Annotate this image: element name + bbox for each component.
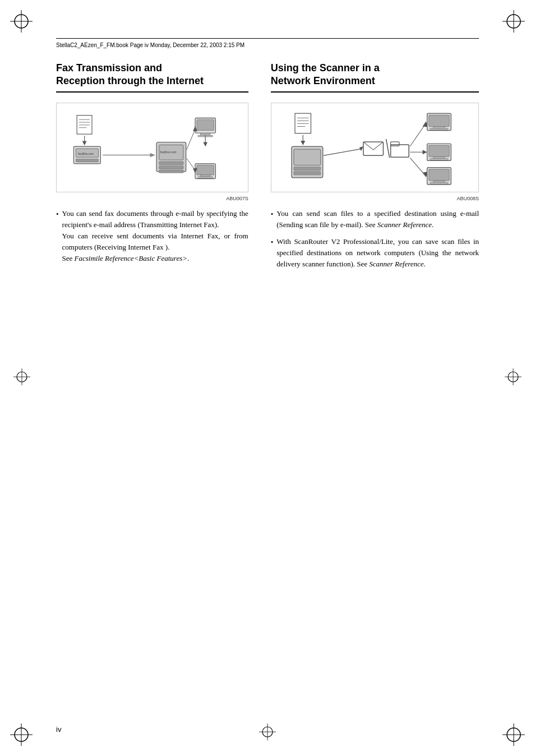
svg-rect-63 — [294, 167, 321, 170]
svg-text:fax@xxx.com: fax@xxx.com — [160, 150, 177, 153]
bullet-dot: • — [56, 209, 59, 265]
svg-line-50 — [187, 129, 195, 149]
svg-rect-48 — [201, 175, 210, 177]
corner-mark-br — [502, 723, 525, 746]
svg-rect-83 — [433, 156, 445, 158]
right-column: Using the Scanner in a Network Environme… — [271, 62, 479, 275]
reference-italic: Facsimile Reference<Basic Features> — [75, 254, 187, 262]
svg-rect-42 — [159, 165, 183, 169]
svg-rect-88 — [430, 182, 449, 184]
svg-rect-68 — [391, 142, 399, 146]
left-section-title: Fax Transmission and Reception through t… — [56, 62, 248, 93]
left-illus-caption: ABU007S — [56, 196, 248, 201]
svg-marker-74 — [423, 150, 427, 154]
page-number: iv — [56, 725, 61, 734]
svg-rect-79 — [433, 126, 445, 128]
scanner-illustration — [271, 103, 479, 192]
bullet-item: • You can send fax documents through e-m… — [56, 208, 248, 265]
center-right-mark — [505, 368, 522, 388]
corner-mark-tr — [502, 10, 525, 33]
svg-marker-45 — [203, 142, 207, 146]
svg-rect-78 — [429, 115, 450, 126]
svg-rect-21 — [77, 115, 92, 134]
header-bar: StellaC2_AEzen_F_FM.book Page iv Monday,… — [56, 38, 479, 49]
bullet-item-1: • You can send scan files to a specified… — [271, 208, 479, 231]
svg-text:fax@fax.com: fax@fax.com — [78, 152, 94, 155]
svg-line-69 — [324, 149, 362, 155]
header-text: StellaC2_AEzen_F_FM.book Page iv Monday,… — [56, 42, 245, 48]
svg-line-75 — [410, 158, 425, 174]
main-content: Fax Transmission and Reception through t… — [56, 62, 479, 700]
svg-rect-54 — [295, 113, 311, 133]
bullet-text-2: With ScanRouter V2 Professional/Lite, yo… — [276, 236, 479, 270]
bullet-dot-1: • — [271, 209, 274, 231]
svg-line-71 — [410, 125, 425, 146]
svg-line-52 — [187, 158, 195, 170]
center-left-mark — [13, 368, 30, 388]
fax-illustration: fax@fax.com fax@xxx.com — [56, 103, 248, 192]
svg-rect-49 — [198, 177, 213, 178]
right-illus-caption: ABU008S — [271, 196, 479, 201]
svg-rect-86 — [429, 169, 450, 180]
right-section-title: Using the Scanner in a Network Environme… — [271, 62, 479, 93]
svg-rect-87 — [433, 181, 445, 182]
reference-italic-1: Scanner Reference — [377, 220, 432, 229]
svg-marker-70 — [359, 146, 363, 151]
bullet-item-2: • With ScanRouter V2 Professional/Lite, … — [271, 236, 479, 270]
left-column: Fax Transmission and Reception through t… — [56, 62, 248, 275]
svg-rect-64 — [294, 171, 321, 174]
svg-line-66 — [386, 139, 390, 158]
corner-mark-tl — [10, 10, 33, 33]
two-column-layout: Fax Transmission and Reception through t… — [56, 62, 479, 275]
svg-rect-35 — [197, 119, 214, 130]
svg-rect-36 — [201, 133, 210, 135]
center-bottom-mark — [259, 723, 276, 743]
svg-rect-47 — [197, 165, 214, 174]
svg-rect-67 — [391, 145, 409, 157]
svg-marker-33 — [150, 153, 156, 157]
bullet-text-1: You can send scan files to a specified d… — [276, 208, 479, 231]
svg-rect-84 — [430, 158, 449, 160]
right-bullets: • You can send scan files to a specified… — [271, 208, 479, 270]
reference-italic-2: Scanner Reference — [369, 260, 423, 268]
corner-mark-bl — [10, 723, 33, 746]
svg-rect-43 — [159, 170, 183, 173]
svg-rect-41 — [159, 162, 183, 165]
bullet-dot-2: • — [271, 237, 274, 270]
left-bullets: • You can send fax documents through e-m… — [56, 208, 248, 265]
svg-rect-82 — [429, 145, 450, 156]
bullet-text: You can send fax documents through e-mai… — [62, 208, 248, 265]
svg-rect-62 — [294, 149, 321, 165]
svg-rect-80 — [430, 128, 449, 130]
svg-rect-31 — [76, 159, 98, 162]
svg-marker-27 — [82, 141, 87, 145]
svg-marker-60 — [301, 141, 305, 145]
